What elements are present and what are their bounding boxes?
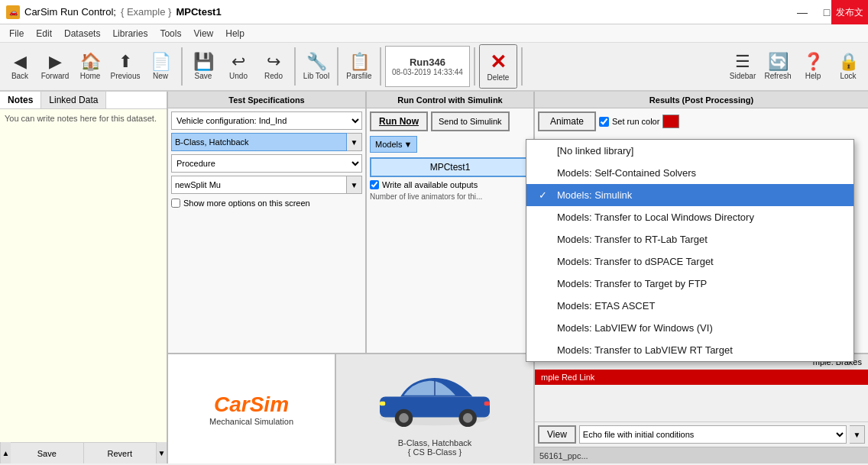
dropdown-item-self-contained[interactable]: Models: Self-Contained Solvers	[526, 162, 853, 184]
mpctest-input[interactable]	[370, 157, 530, 177]
previous-button[interactable]: ⬆ Previous	[108, 44, 142, 89]
procedure-row: Procedure	[171, 154, 362, 173]
send-simulink-button[interactable]: Send to Simulink	[431, 111, 510, 131]
dropdown-item-etas-ascet[interactable]: Models: ETAS ASCET	[526, 295, 853, 317]
red-link-text: mple Red Link	[541, 373, 594, 382]
check-simulink: ✓	[539, 189, 551, 201]
set-run-color-checkbox[interactable]	[599, 117, 609, 127]
help-button[interactable]: ❓ Help	[796, 44, 830, 89]
tab-linked-data[interactable]: Linked Data	[41, 92, 106, 108]
menu-tools[interactable]: Tools	[154, 27, 187, 40]
toolbar-separator-2	[294, 47, 296, 86]
carsim-branding: CarSim Mechanical Simulation	[168, 354, 336, 463]
scroll-down[interactable]: ▼	[156, 442, 167, 463]
refresh-icon: 🔄	[768, 53, 789, 70]
lower-area: CarSim Mechanical Simulation	[168, 353, 868, 463]
dropdown-label-rt-lab: Models: Transfer to RT-Lab Target	[557, 234, 708, 245]
procedure-select[interactable]: Procedure	[171, 154, 362, 173]
lock-button[interactable]: 🔒 Lock	[831, 44, 865, 89]
undo-button[interactable]: ↩ Undo	[222, 44, 255, 89]
sidebar-icon: ☰	[735, 53, 750, 70]
lib-tool-icon: 🔧	[306, 53, 327, 70]
write-outputs-checkbox[interactable]	[370, 180, 379, 189]
menu-datasets[interactable]: Datasets	[58, 27, 106, 40]
car-image-area: B-Class, Hatchback { CS B-Class }	[336, 354, 535, 463]
run346-date: 08-03-2019 14:33:44	[392, 68, 463, 76]
dropdown-item-rt-lab[interactable]: Models: Transfer to RT-Lab Target	[526, 228, 853, 250]
dropdown-item-labview-rt[interactable]: Models: Transfer to LabVIEW RT Target	[526, 339, 853, 361]
menu-libraries[interactable]: Libraries	[106, 27, 154, 40]
view-button[interactable]: View	[538, 425, 576, 444]
echo-row: View Echo file with initial conditions ▼	[535, 421, 868, 447]
delete-icon: ✕	[490, 52, 507, 72]
coord-bar: 56161_ppc...	[535, 447, 868, 463]
sidebar-button[interactable]: ☰ Sidebar	[726, 44, 760, 89]
toolbar-separator-1	[181, 47, 183, 86]
notes-save-button[interactable]: Save	[11, 443, 84, 463]
vehicle-row: Vehicle configuration: Ind_Ind	[171, 111, 362, 130]
svg-point-6	[463, 413, 473, 423]
show-more-checkbox[interactable]	[171, 199, 180, 208]
refresh-button[interactable]: 🔄 Refresh	[761, 44, 795, 89]
menu-file[interactable]: File	[3, 27, 30, 40]
test-specs-header: Test Specifications	[168, 92, 367, 108]
dropdown-item-target-ftp[interactable]: Models: Transfer to Target by FTP	[526, 273, 853, 295]
echo-dropdown-btn[interactable]: ▼	[850, 425, 865, 444]
show-more-row: Show more options on this screen	[171, 199, 362, 208]
dropdown-item-dspace[interactable]: Models: Transfer to dSPACE Target	[526, 250, 853, 273]
chinese-badge: 发布文	[831, 0, 868, 24]
notes-revert-button[interactable]: Revert	[84, 443, 157, 463]
procedure-input[interactable]	[171, 176, 347, 194]
run-control-header: Run Control with Simulink	[367, 92, 535, 108]
forward-label: Forward	[41, 72, 70, 80]
write-outputs-row: Write all available outputs	[370, 180, 530, 189]
project-name: MPCtest1	[176, 6, 221, 18]
redo-button[interactable]: ↪ Redo	[257, 44, 290, 89]
dropdown-label-target-ftp: Models: Transfer to Target by FTP	[557, 278, 707, 289]
echo-file-select[interactable]: Echo file with initial conditions	[579, 425, 847, 444]
sidebar-tools: ☰ Sidebar 🔄 Refresh ❓ Help 🔒 Lock	[726, 44, 865, 89]
models-dropdown-button[interactable]: Models ▼	[370, 136, 417, 153]
menu-view[interactable]: View	[187, 27, 219, 40]
dropdown-item-no-library[interactable]: [No linked library]	[526, 140, 853, 162]
menu-edit[interactable]: Edit	[30, 27, 58, 40]
forward-button[interactable]: ▶ Forward	[38, 44, 72, 89]
lock-label: Lock	[840, 72, 856, 80]
redo-icon: ↪	[267, 53, 280, 70]
back-button[interactable]: ◀ Back	[3, 44, 37, 89]
save-button[interactable]: 💾 Save	[186, 44, 220, 89]
vehicle-model-dropdown-btn[interactable]: ▼	[347, 133, 362, 151]
lib-tool-button[interactable]: 🔧 Lib Tool	[300, 44, 333, 89]
new-button[interactable]: 📄 New	[144, 44, 177, 89]
vehicle-model-input[interactable]: B-Class, Hatchback	[171, 133, 347, 151]
delete-button[interactable]: ✕ Delete	[479, 44, 517, 89]
show-more-label: Show more options on this screen	[183, 199, 310, 208]
red-link-bar[interactable]: mple Red Link	[535, 370, 868, 385]
left-panel: Notes Linked Data You can write notes he…	[0, 92, 168, 463]
procedure-dropdown-btn[interactable]: ▼	[347, 176, 362, 194]
refresh-label: Refresh	[764, 72, 791, 80]
dropdown-label-labview-rt: Models: Transfer to LabVIEW RT Target	[557, 344, 733, 356]
run-now-button[interactable]: Run Now	[370, 111, 428, 131]
scroll-up[interactable]: ▲	[0, 442, 11, 463]
notes-text: You can write notes here for this datase…	[5, 114, 157, 123]
parsfile-button[interactable]: 📋 Parsfile	[342, 44, 376, 89]
menu-help[interactable]: Help	[219, 27, 251, 40]
home-icon: 🏠	[80, 53, 101, 70]
logo-sim: Sim	[250, 392, 289, 416]
dropdown-label-etas-ascet: Models: ETAS ASCET	[557, 300, 655, 312]
toolbar-separator-3	[337, 47, 338, 86]
home-button[interactable]: 🏠 Home	[73, 44, 107, 89]
animate-button[interactable]: Animate	[538, 111, 596, 131]
dropdown-item-labview[interactable]: Models: LabVIEW for Windows (VI)	[526, 317, 853, 339]
dropdown-item-simulink[interactable]: ✓ Models: Simulink	[526, 184, 853, 206]
dropdown-item-local-windows[interactable]: Models: Transfer to Local Windows Direct…	[526, 206, 853, 228]
models-row: Models ▼	[370, 136, 530, 153]
back-icon: ◀	[14, 53, 27, 70]
right-lower: mple: Brakes mple Red Link View Echo fil…	[535, 354, 868, 463]
tab-notes[interactable]: Notes	[0, 92, 41, 108]
vehicle-config-select[interactable]: Vehicle configuration: Ind_Ind	[171, 111, 362, 130]
dropdown-label-no-library: [No linked library]	[557, 145, 633, 157]
minimize-button[interactable]: —	[792, 4, 813, 21]
run-color-swatch[interactable]	[662, 115, 679, 128]
